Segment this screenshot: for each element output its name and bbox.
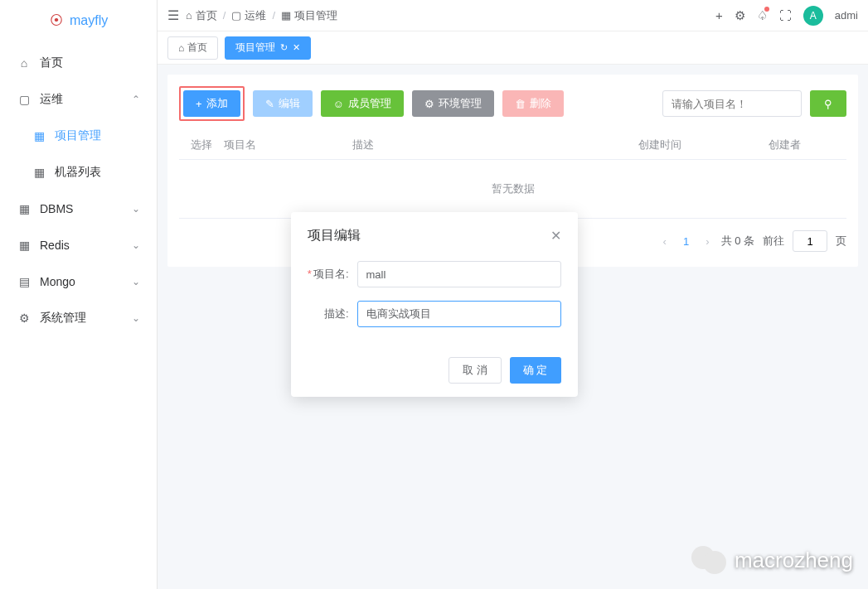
desc-label: 描述: (308, 307, 357, 321)
cancel-button[interactable]: 取 消 (449, 357, 502, 384)
confirm-button[interactable]: 确 定 (510, 357, 561, 384)
modal-title: 项目编辑 (308, 227, 550, 244)
name-label: *项目名: (308, 267, 357, 282)
close-icon[interactable]: ✕ (550, 228, 561, 244)
name-input[interactable] (357, 261, 561, 287)
modal-mask: 项目编辑 ✕ *项目名: 描述: 取 消 确 定 (0, 0, 868, 589)
edit-modal: 项目编辑 ✕ *项目名: 描述: 取 消 确 定 (291, 212, 578, 397)
desc-input[interactable] (357, 301, 561, 327)
